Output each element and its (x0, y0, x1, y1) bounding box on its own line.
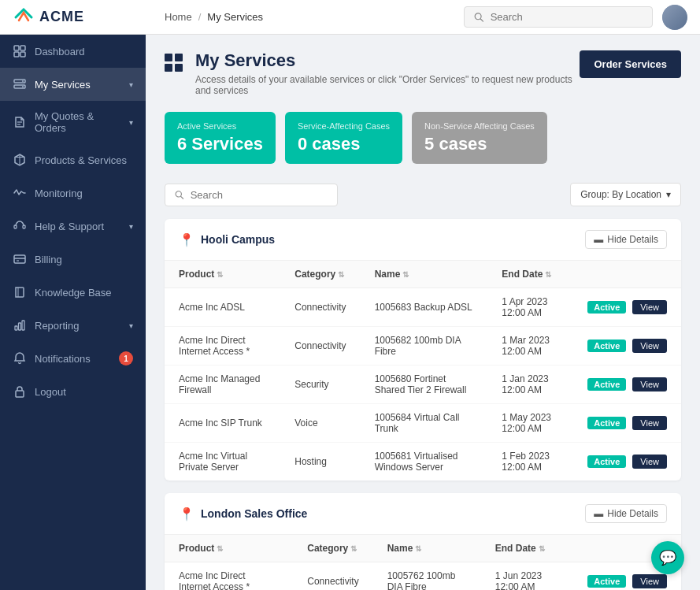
svg-rect-14 (14, 225, 17, 228)
cell-actions: Active View (573, 288, 681, 327)
sidebar-label-dashboard: Dashboard (35, 46, 133, 58)
sort-icon-name: ⇅ (402, 270, 409, 279)
svg-rect-20 (15, 326, 17, 330)
sidebar-item-dashboard[interactable]: Dashboard (0, 35, 146, 68)
cell-actions: Active View (573, 366, 681, 404)
location-header-hooli: 📍 Hooli Campus ▬ Hide Details (165, 219, 681, 261)
table-search-area (165, 184, 338, 206)
sidebar-item-my-services[interactable]: My Services ▾ (0, 68, 146, 101)
view-button[interactable]: View (632, 416, 667, 430)
page-header: My Services Access details of your avail… (165, 50, 681, 96)
breadcrumb-separator: / (198, 11, 202, 23)
sidebar-item-logout[interactable]: Logout (0, 375, 146, 408)
page-title: My Services (195, 50, 580, 71)
file-icon (13, 115, 27, 129)
svg-line-1 (480, 18, 483, 20)
svg-point-8 (22, 80, 24, 82)
chevron-down-icon-reporting: ▾ (129, 321, 133, 330)
notification-badge: 1 (119, 351, 133, 366)
svg-point-9 (22, 86, 24, 87)
active-badge: Active (587, 340, 626, 352)
box-icon (13, 153, 27, 167)
headset-icon (13, 219, 27, 233)
header-search-input[interactable] (491, 11, 643, 23)
cell-category: Connectivity (280, 288, 360, 327)
sidebar-item-reporting[interactable]: Reporting ▾ (0, 309, 146, 342)
icon-sq-3 (165, 64, 172, 72)
cell-product: Acme Inc Virtual Private Server (165, 443, 280, 481)
stat-value-non-affecting: 5 cases (424, 134, 535, 154)
table-header-row: Product⇅ Category⇅ Name⇅ End Date⇅ (165, 261, 681, 288)
sidebar-item-notifications[interactable]: Notifications 1 (0, 342, 146, 375)
col-name: Name⇅ (361, 261, 488, 288)
breadcrumb: Home / My Services (158, 11, 464, 23)
cell-product: Acme Inc Direct Internet Access * (165, 327, 280, 366)
sidebar-item-help[interactable]: Help & Support ▾ (0, 210, 146, 243)
sidebar-item-monitoring[interactable]: Monitoring (0, 176, 146, 210)
search-icon (474, 12, 484, 23)
view-button[interactable]: View (632, 455, 667, 469)
page-title-text-area: My Services Access details of your avail… (195, 50, 580, 96)
hide-details-button-london[interactable]: ▬ Hide Details (585, 504, 667, 523)
stat-card-non-affecting: Non-Service Affecting Cases 5 cases (412, 112, 547, 164)
breadcrumb-home[interactable]: Home (165, 11, 192, 23)
active-badge: Active (587, 455, 626, 468)
sidebar-item-my-quotes[interactable]: My Quotes & Orders ▾ (0, 101, 146, 143)
col-name-l: Name⇅ (373, 535, 481, 562)
cell-enddate: 1 Apr 2023 12:00 AM (487, 288, 573, 327)
sidebar-label-products: Products & Services (35, 154, 133, 166)
cell-category: Security (280, 366, 360, 404)
view-button[interactable]: View (632, 339, 667, 353)
main-content: My Services Access details of your avail… (146, 35, 700, 590)
svg-rect-15 (23, 225, 25, 228)
activity-icon (13, 186, 27, 200)
active-badge: Active (587, 378, 626, 391)
table-header-row-london: Product⇅ Category⇅ Name⇅ End Date⇅ (165, 535, 681, 562)
hide-details-button-hooli[interactable]: ▬ Hide Details (585, 230, 667, 249)
logo-area: ACME (13, 6, 158, 28)
view-button[interactable]: View (632, 377, 667, 391)
svg-rect-5 (20, 52, 25, 57)
breadcrumb-current: My Services (207, 11, 263, 23)
sidebar-item-knowledge[interactable]: Knowledge Base (0, 276, 146, 309)
view-button[interactable]: View (632, 574, 667, 588)
action-cell: Active View (587, 416, 667, 430)
grid-icon (13, 44, 27, 58)
sidebar-item-products[interactable]: Products & Services (0, 143, 146, 176)
group-chevron-icon: ▾ (666, 189, 671, 200)
order-services-button[interactable]: Order Services (580, 50, 681, 78)
group-by-button[interactable]: Group: By Location ▾ (570, 183, 681, 206)
page-subtitle: Access details of your available service… (195, 74, 580, 96)
cell-name: 1005683 Backup ADSL (361, 288, 488, 327)
cell-name: 1005682 100mb DIA Fibre (361, 327, 488, 366)
sidebar-label-quotes: My Quotes & Orders (35, 110, 121, 134)
sidebar-item-billing[interactable]: Billing (0, 243, 146, 276)
cell-enddate: 1 Mar 2023 12:00 AM (487, 327, 573, 366)
col-actions (573, 261, 681, 288)
cell-actions: Active View (573, 327, 681, 366)
sidebar-label-help: Help & Support (35, 221, 121, 232)
svg-line-25 (181, 196, 183, 199)
filter-bar: Group: By Location ▾ (165, 183, 681, 206)
stat-value-affecting: 0 cases (298, 134, 390, 154)
chat-bubble[interactable]: 💬 (651, 541, 684, 574)
location-name-hooli: Hooli Campus (201, 233, 275, 246)
table-search-input[interactable] (191, 189, 328, 201)
cell-product: Acme Inc ADSL (165, 288, 280, 327)
col-category-l: Category⇅ (293, 535, 372, 562)
cell-category: Connectivity (280, 327, 360, 366)
view-button[interactable]: View (632, 300, 667, 314)
bell-icon (13, 351, 27, 366)
sidebar: Dashboard My Services ▾ (0, 35, 146, 590)
minus-icon-london: ▬ (594, 508, 603, 519)
stat-card-affecting: Service-Affecting Cases 0 cases (285, 112, 402, 164)
sort-icon-product: ⇅ (217, 270, 223, 279)
chat-icon: 💬 (659, 549, 676, 566)
sidebar-label-monitoring: Monitoring (35, 187, 133, 199)
sidebar-label-notifications: Notifications (35, 353, 111, 365)
stat-label-active: Active Services (177, 121, 263, 131)
sidebar-label-billing: Billing (35, 254, 133, 265)
location-group-london: 📍 London Sales Office ▬ Hide Details Pro… (165, 493, 681, 590)
action-cell: Active View (587, 339, 667, 353)
cell-enddate: 1 Jun 2023 12:00 AM (481, 562, 574, 591)
